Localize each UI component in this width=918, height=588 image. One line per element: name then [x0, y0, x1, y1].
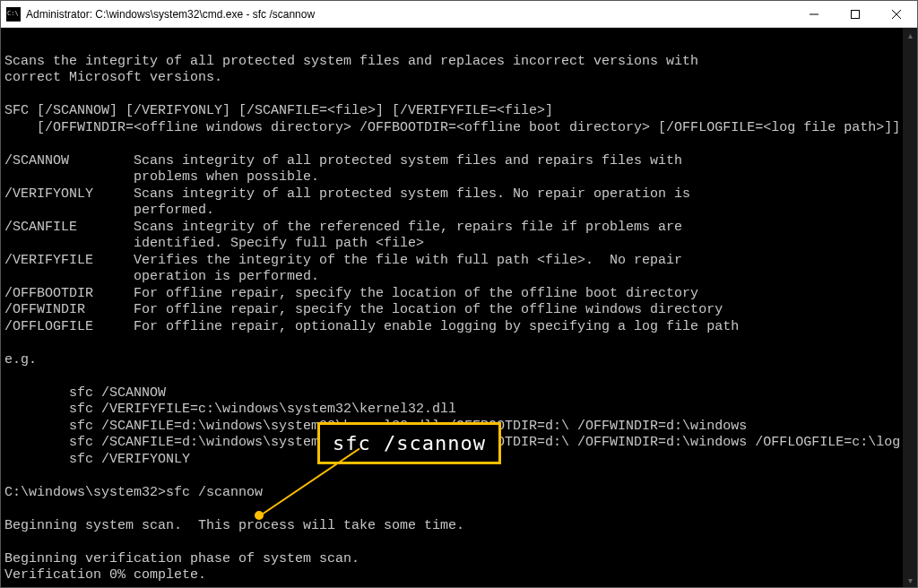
- svg-rect-1: [852, 10, 860, 18]
- window-controls: [793, 1, 917, 27]
- minimize-button[interactable]: [793, 1, 835, 27]
- terminal-output: Scans the integrity of all protected sys…: [1, 28, 905, 587]
- titlebar[interactable]: Administrator: C:\windows\system32\cmd.e…: [1, 1, 917, 28]
- scrollbar[interactable]: [903, 28, 917, 587]
- cmd-icon: [6, 7, 21, 22]
- window-title: Administrator: C:\windows\system32\cmd.e…: [26, 8, 315, 21]
- annotation-anchor-dot: [255, 511, 264, 520]
- command-prompt-window: Administrator: C:\windows\system32\cmd.e…: [0, 0, 918, 588]
- scroll-up-button[interactable]: [903, 28, 917, 42]
- terminal-area[interactable]: Scans the integrity of all protected sys…: [1, 28, 917, 587]
- close-button[interactable]: [876, 1, 917, 27]
- scroll-down-button[interactable]: [903, 573, 917, 587]
- maximize-button[interactable]: [835, 1, 876, 27]
